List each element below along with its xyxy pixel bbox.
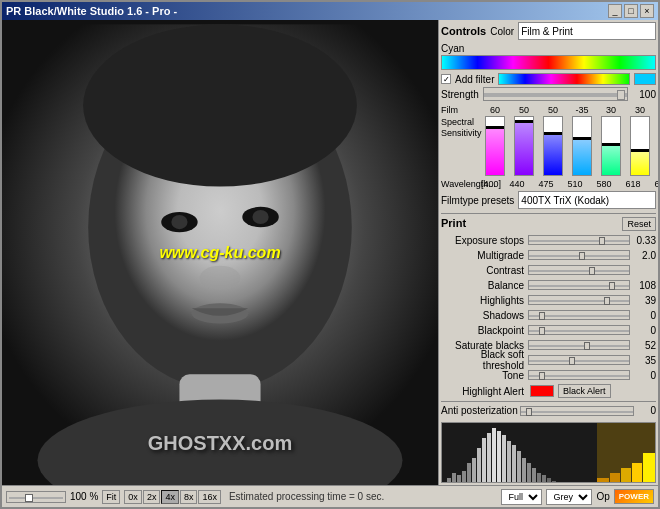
view-dropdown[interactable]: Full	[501, 489, 542, 505]
svg-rect-21	[492, 428, 496, 482]
minimize-button[interactable]: _	[608, 4, 622, 18]
op-label: Op	[596, 491, 609, 502]
zoom-slider[interactable]	[6, 491, 66, 503]
add-filter-checkbox[interactable]: ✓	[441, 74, 451, 84]
zoom-buttons: 0x 2x 4x 8x 16x	[124, 490, 221, 504]
color-label: Color	[490, 26, 514, 37]
svg-point-7	[200, 266, 241, 290]
print-value-1: 2.0	[632, 250, 656, 261]
print-slider-9[interactable]	[528, 370, 630, 380]
main-window: PR Black/White Studio 1.6 - Pro - _ □ ×	[0, 0, 660, 509]
status-left: 100 % Fit 0x 2x 4x 8x 16x	[6, 490, 221, 504]
filmtype-dropdown[interactable]: 400TX TriX (Kodak)	[518, 191, 656, 209]
svg-rect-28	[527, 463, 531, 482]
wl-2: 510	[561, 179, 589, 189]
wl-0: 440	[503, 179, 531, 189]
print-label-8: Black soft threshold	[441, 349, 526, 371]
svg-rect-26	[517, 451, 521, 482]
svg-rect-38	[610, 473, 620, 482]
print-label-6: Blackpoint	[441, 325, 526, 336]
color-bar-2[interactable]	[539, 116, 567, 176]
title-bar: PR Black/White Studio 1.6 - Pro - _ □ ×	[2, 2, 658, 20]
strength-slider[interactable]	[483, 87, 628, 101]
svg-rect-27	[522, 458, 526, 482]
print-header: Print Reset	[441, 217, 656, 231]
content-area: www.cg-ku.com GHOSTXX.com Controls Color…	[2, 20, 658, 485]
svg-rect-15	[462, 471, 466, 482]
print-value-5: 0	[632, 310, 656, 321]
anti-post-slider[interactable]	[520, 406, 634, 416]
status-right: Full Grey Op POWER	[501, 489, 654, 505]
anti-post-value: 0	[636, 405, 656, 416]
print-slider-6[interactable]	[528, 325, 630, 335]
wl-1: 475	[532, 179, 560, 189]
print-label-4: Highlights	[441, 295, 526, 306]
wl-5: 645	[648, 179, 658, 189]
print-value-7: 52	[632, 340, 656, 351]
print-row-0: Exposure stops 0.33	[441, 233, 656, 247]
print-slider-0[interactable]	[528, 235, 630, 245]
print-slider-3[interactable]	[528, 280, 630, 290]
color-bar-1[interactable]	[510, 116, 538, 176]
status-bar: 100 % Fit 0x 2x 4x 8x 16x Estimated proc…	[2, 485, 658, 507]
color-bar-0[interactable]	[481, 116, 509, 176]
svg-rect-19	[482, 438, 486, 482]
strength-row: Strength 100	[441, 87, 656, 101]
film-section: Film Spectral Sensitivity 60 50 50 -35 3…	[441, 105, 656, 176]
print-slider-5[interactable]	[528, 310, 630, 320]
zoom-8x-button[interactable]: 8x	[180, 490, 198, 504]
svg-rect-23	[502, 435, 506, 482]
print-row-5: Shadows 0	[441, 308, 656, 322]
svg-rect-17	[472, 458, 476, 482]
wavelength-row: Wavelength... [400] 440 475 510 580 618 …	[441, 179, 656, 189]
print-section-label: Print	[441, 217, 466, 229]
svg-rect-33	[552, 481, 556, 482]
print-slider-1[interactable]	[528, 250, 630, 260]
maximize-button[interactable]: □	[624, 4, 638, 18]
close-button[interactable]: ×	[640, 4, 654, 18]
film-val-0: 60	[481, 105, 509, 115]
zoom-16x-button[interactable]: 16x	[198, 490, 221, 504]
svg-point-2	[83, 24, 357, 186]
zoom-2x-button[interactable]: 2x	[143, 490, 161, 504]
print-slider-7[interactable]	[528, 340, 630, 350]
color-bar-5[interactable]	[626, 116, 654, 176]
reset-button[interactable]: Reset	[622, 217, 656, 231]
color-bar-3[interactable]	[568, 116, 596, 176]
film-val-1: 50	[510, 105, 538, 115]
zoom-4x-button[interactable]: 4x	[161, 490, 179, 504]
filmtype-row: Filmtype presets 400TX TriX (Kodak)	[441, 191, 656, 209]
controls-panel: Controls Color Film & Print Cyan ✓ Add f…	[438, 20, 658, 485]
svg-rect-29	[532, 468, 536, 482]
strength-value: 100	[632, 89, 656, 100]
grey-dropdown[interactable]: Grey	[546, 489, 592, 505]
film-val-2: 50	[539, 105, 567, 115]
print-value-6: 0	[632, 325, 656, 336]
svg-rect-22	[497, 431, 501, 482]
print-slider-4[interactable]	[528, 295, 630, 305]
highlight-color-swatch[interactable]	[530, 385, 554, 397]
print-row-2: Contrast	[441, 263, 656, 277]
print-value-9: 0	[632, 370, 656, 381]
color-preset-dropdown[interactable]: Film & Print	[518, 22, 656, 40]
wl-3: 580	[590, 179, 618, 189]
black-alert-button[interactable]: Black Alert	[558, 384, 611, 398]
power-logo: POWER	[614, 489, 654, 504]
portrait-svg	[2, 20, 438, 485]
fit-button[interactable]: Fit	[102, 490, 120, 504]
controls-section-label: Controls	[441, 25, 486, 37]
filter-color-swatch	[634, 73, 656, 85]
anti-post-label: Anti posterization	[441, 405, 518, 416]
svg-rect-30	[537, 473, 541, 482]
svg-rect-41	[643, 453, 655, 482]
print-slider-8[interactable]	[528, 355, 630, 365]
zoom-0x-button[interactable]: 0x	[124, 490, 142, 504]
svg-rect-32	[547, 478, 551, 482]
print-value-4: 39	[632, 295, 656, 306]
cyan-label: Cyan	[441, 43, 656, 54]
zoom-value: 100 %	[70, 491, 98, 502]
color-bar-4[interactable]	[597, 116, 625, 176]
print-slider-2[interactable]	[528, 265, 630, 275]
svg-rect-14	[457, 475, 461, 482]
wavelength-400: [400]	[481, 179, 501, 189]
